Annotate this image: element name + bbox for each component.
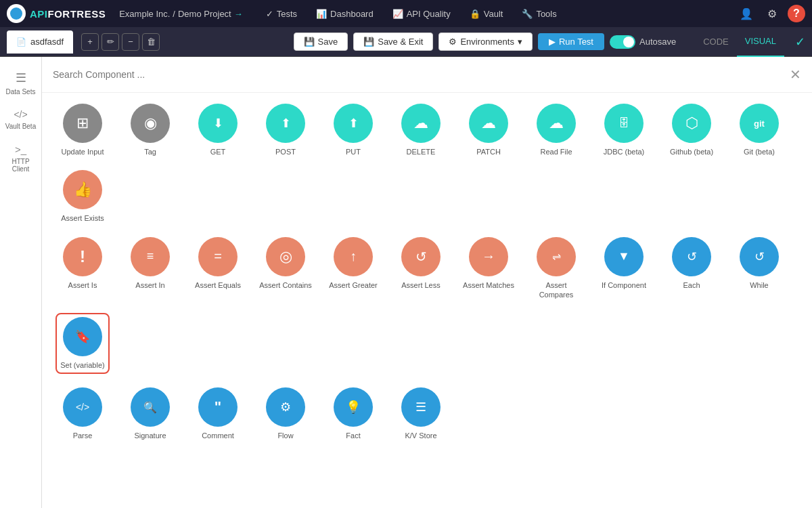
component-parse[interactable]: </> Parse bbox=[55, 387, 110, 440]
sidebar-item-http[interactable]: >_ HTTP Client bbox=[0, 137, 41, 179]
tab-actions: + ✏ − 🗑 bbox=[81, 33, 160, 51]
logo-icon bbox=[7, 4, 26, 23]
nav-tests[interactable]: ✓ Tests bbox=[256, 0, 307, 27]
component-github[interactable]: ⬡ Github (beta) bbox=[664, 104, 719, 156]
component-signature[interactable]: 🔍 Signature bbox=[123, 387, 177, 440]
logo-area: APIFORTRESS bbox=[7, 4, 106, 23]
nav-dashboard[interactable]: 📊 Dashboard bbox=[307, 0, 383, 27]
component-row-3: </> Parse 🔍 Signature " Comment ⚙ Flow 💡 bbox=[55, 387, 798, 440]
component-assert-exists[interactable]: 👍 Assert Exists bbox=[55, 170, 110, 223]
kv-store-icon: ☰ bbox=[401, 387, 441, 427]
component-git[interactable]: git Git (beta) bbox=[732, 104, 786, 156]
component-assert-matches[interactable]: → Assert Matches bbox=[461, 237, 516, 290]
sidebar-item-label: Vault Beta bbox=[5, 123, 36, 130]
nav-tools[interactable]: 🔧 Tools bbox=[512, 0, 566, 27]
assert-greater-icon: ↑ bbox=[334, 237, 373, 276]
assert-matches-icon: → bbox=[469, 237, 508, 276]
comment-icon: " bbox=[198, 387, 238, 427]
component-assert-in[interactable]: ≡ Assert In bbox=[123, 237, 177, 290]
component-fact[interactable]: 💡 Fact bbox=[326, 387, 380, 440]
autosave-toggle[interactable] bbox=[610, 35, 635, 49]
component-assert-greater[interactable]: ↑ Assert Greater bbox=[326, 237, 380, 290]
component-assert-compares[interactable]: ⇌ Assert Compares bbox=[529, 237, 583, 300]
nav-vault[interactable]: 🔒 Vault bbox=[460, 0, 513, 27]
assert-is-icon: ! bbox=[63, 237, 102, 276]
assert-less-icon: ↺ bbox=[401, 237, 441, 276]
component-delete[interactable]: ☁ DELETE bbox=[394, 104, 448, 156]
minus-tab-button[interactable]: − bbox=[122, 33, 139, 51]
edit-tab-button[interactable]: ✏ bbox=[102, 33, 119, 51]
run-test-button[interactable]: ▶ Run Test bbox=[538, 33, 604, 50]
close-button[interactable]: ✕ bbox=[790, 66, 801, 83]
sidebar-item-label: HTTP Client bbox=[3, 158, 39, 173]
assert-compares-icon: ⇌ bbox=[537, 237, 576, 276]
view-switch: CODE VISUAL bbox=[695, 27, 784, 57]
signature-icon: 🔍 bbox=[131, 387, 170, 427]
component-get[interactable]: ⬇ GET bbox=[191, 104, 245, 156]
file-tab-label: asdfasdf bbox=[30, 37, 64, 47]
update-input-icon: ⊞ bbox=[63, 104, 102, 143]
toggle-knob bbox=[623, 37, 634, 47]
component-assert-contains[interactable]: ◎ Assert Contains bbox=[258, 237, 313, 290]
breadcrumb-sep: / bbox=[173, 9, 175, 19]
environments-button[interactable]: ⚙ Environments ▾ bbox=[438, 33, 532, 51]
component-patch[interactable]: ☁ PATCH bbox=[461, 104, 516, 156]
components-grid: ⊞ Update Input ◉ Tag ⬇ GET ⬆ POST ⬆ PU bbox=[42, 93, 812, 452]
visual-view-button[interactable]: VISUAL bbox=[737, 27, 784, 57]
component-assert-equals[interactable]: = Assert Equals bbox=[191, 237, 245, 290]
put-icon: ⬆ bbox=[334, 104, 373, 143]
component-each[interactable]: ↺ Each bbox=[664, 237, 719, 290]
sidebar-item-datasets[interactable]: ☰ Data Sets bbox=[0, 64, 41, 102]
component-read-file[interactable]: ☁ Read File bbox=[529, 104, 583, 156]
file-icon: 📄 bbox=[16, 37, 26, 47]
save-button[interactable]: 💾 Save bbox=[294, 33, 348, 51]
search-bar: ✕ bbox=[42, 57, 812, 93]
breadcrumb: Example Inc. / Demo Project → bbox=[119, 9, 243, 19]
breadcrumb-company[interactable]: Example Inc. bbox=[119, 9, 170, 19]
component-comment[interactable]: " Comment bbox=[191, 387, 245, 440]
env-icon: ⚙ bbox=[449, 37, 457, 47]
component-tag[interactable]: ◉ Tag bbox=[123, 104, 177, 156]
env-chevron-icon: ▾ bbox=[518, 37, 522, 47]
add-tab-button[interactable]: + bbox=[81, 33, 99, 51]
component-kv-store[interactable]: ☰ K/V Store bbox=[394, 387, 448, 440]
component-assert-less[interactable]: ↺ Assert Less bbox=[394, 237, 448, 290]
component-set-variable[interactable]: 🔖 Set (variable) bbox=[55, 313, 110, 374]
flow-icon: ⚙ bbox=[266, 387, 305, 427]
component-if[interactable]: ▼ If Component bbox=[597, 237, 651, 290]
user-icon[interactable]: 👤 bbox=[736, 3, 757, 24]
read-file-icon: ☁ bbox=[537, 104, 576, 143]
main-layout: ☰ Data Sets </> Vault Beta >_ HTTP Clien… bbox=[0, 57, 812, 508]
file-tab[interactable]: 📄 asdfasdf bbox=[7, 30, 73, 54]
search-input[interactable] bbox=[53, 69, 790, 80]
get-icon: ⬇ bbox=[198, 104, 238, 143]
component-while[interactable]: ↺ While bbox=[732, 237, 786, 290]
component-row-2: ! Assert Is ≡ Assert In = Assert Equals … bbox=[55, 237, 798, 375]
http-icon: >_ bbox=[15, 144, 26, 155]
app-title: APIFORTRESS bbox=[30, 8, 106, 20]
save-exit-button[interactable]: 💾 Save & Exit bbox=[353, 33, 433, 51]
nav-api-quality[interactable]: 📈 API Quality bbox=[383, 0, 460, 27]
delete-tab-button[interactable]: 🗑 bbox=[142, 33, 160, 51]
fact-icon: 💡 bbox=[334, 387, 373, 427]
set-variable-icon: 🔖 bbox=[63, 317, 102, 356]
delete-icon: ☁ bbox=[401, 104, 441, 143]
if-icon: ▼ bbox=[604, 237, 644, 276]
settings-icon[interactable]: ⚙ bbox=[762, 3, 782, 24]
breadcrumb-project[interactable]: Demo Project bbox=[178, 9, 231, 19]
help-icon[interactable]: ? bbox=[788, 5, 805, 22]
check-icon: ✓ bbox=[795, 35, 805, 49]
component-assert-is[interactable]: ! Assert Is bbox=[55, 237, 110, 290]
tag-icon: ◉ bbox=[131, 104, 170, 143]
code-view-button[interactable]: CODE bbox=[695, 27, 737, 57]
component-flow[interactable]: ⚙ Flow bbox=[258, 387, 313, 440]
component-post[interactable]: ⬆ POST bbox=[258, 104, 313, 156]
component-panel: ✕ ⊞ Update Input ◉ Tag ⬇ GET ⬆ bbox=[42, 57, 812, 508]
top-nav: APIFORTRESS Example Inc. / Demo Project … bbox=[0, 0, 812, 27]
component-put[interactable]: ⬆ PUT bbox=[326, 104, 380, 156]
save-exit-icon: 💾 bbox=[363, 37, 374, 47]
component-jdbc[interactable]: 🗄 JDBC (beta) bbox=[597, 104, 651, 156]
sidebar-item-vault[interactable]: </> Vault Beta bbox=[0, 102, 41, 137]
while-icon: ↺ bbox=[740, 237, 779, 276]
component-update-input[interactable]: ⊞ Update Input bbox=[55, 104, 110, 156]
